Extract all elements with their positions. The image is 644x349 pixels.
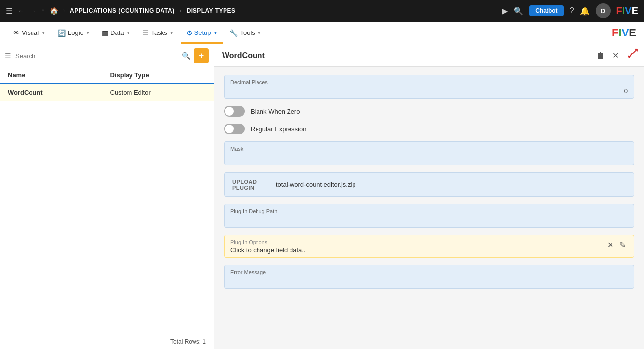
plug-in-options-edit-button[interactable]: ✎ <box>617 239 628 251</box>
breadcrumb-sep-1: › <box>63 7 65 14</box>
plug-in-debug-path-input[interactable] <box>230 216 628 223</box>
play-icon[interactable]: ▶ <box>502 6 508 16</box>
plug-in-options-value: Click to change field data.. <box>230 246 605 254</box>
total-rows-label: Total Rows: 1 <box>170 338 206 345</box>
plug-in-options-clear-button[interactable]: ✕ <box>605 239 615 251</box>
top-navigation: ☰ ← → ↑ 🏠 › APPLICATIONS (COUNTING DATA)… <box>0 0 644 22</box>
row-name-cell: WordCount <box>8 89 104 96</box>
column-display-type-header: Display Type <box>104 71 206 79</box>
nav-data[interactable]: ▦ Data ▼ <box>97 26 135 40</box>
nav-tools[interactable]: 🔧 Tools ▼ <box>225 26 266 40</box>
avatar[interactable]: D <box>596 3 611 18</box>
delete-button[interactable]: 🗑 <box>595 49 607 62</box>
search-icon[interactable]: 🔍 <box>182 52 190 60</box>
up-arrow-icon[interactable]: ↑ <box>41 7 45 15</box>
upload-plugin-value: total-word-count-editor.js.zip <box>276 181 356 188</box>
table-row[interactable]: WordCount Custom Editor <box>0 84 214 101</box>
plug-in-debug-path-label: Plug In Debug Path <box>230 208 628 214</box>
plug-in-options-content: Plug In Options Click to change field da… <box>230 239 605 254</box>
logic-icon: 🔄 <box>58 29 66 37</box>
tasks-chevron: ▼ <box>169 30 174 35</box>
main-area: ☰ 🔍 + Name Display Type WordCount Custom… <box>0 44 644 349</box>
help-icon[interactable]: ? <box>570 6 574 15</box>
tools-chevron: ▼ <box>257 30 262 35</box>
nav-tasks-label: Tasks <box>151 29 167 36</box>
table-header: Name Display Type <box>0 67 214 84</box>
table-footer: Total Rows: 1 <box>0 334 214 349</box>
form-title: WordCount <box>222 51 591 60</box>
five-logo: FIVE <box>616 5 638 17</box>
setup-chevron: ▼ <box>213 30 218 35</box>
save-button[interactable]: ✓ ↗ <box>625 48 636 63</box>
search-bar: ☰ 🔍 + <box>0 44 214 67</box>
column-name-header: Name <box>8 71 104 79</box>
regular-expression-toggle[interactable] <box>224 124 245 134</box>
blank-when-zero-label: Blank When Zero <box>251 108 300 115</box>
nav-logic-label: Logic <box>68 29 83 36</box>
error-message-label: Error Message <box>230 269 628 275</box>
right-panel: WordCount 🗑 ✕ ✓ ↗ Decimal Places 0 Blank… <box>214 44 644 349</box>
right-header: WordCount 🗑 ✕ ✓ ↗ <box>214 44 644 67</box>
row-display-type-cell: Custom Editor <box>104 89 206 96</box>
plug-in-options-actions: ✕ ✎ <box>605 239 628 251</box>
red-arrow-indicator: ↗ <box>632 46 638 56</box>
nav-logic[interactable]: 🔄 Logic ▼ <box>53 26 95 40</box>
search-input[interactable] <box>15 52 178 60</box>
error-message-input[interactable] <box>230 277 628 285</box>
nav-tasks[interactable]: ☰ Tasks ▼ <box>137 26 179 40</box>
filter-icon[interactable]: ☰ <box>5 52 11 60</box>
setup-icon: ⚙ <box>186 29 193 37</box>
tasks-icon: ☰ <box>142 29 149 37</box>
breadcrumb-applications[interactable]: APPLICATIONS (COUNTING DATA) <box>70 7 175 14</box>
nav-setup[interactable]: ⚙ Setup ▼ <box>181 26 223 40</box>
nav-tools-label: Tools <box>240 29 255 36</box>
blank-when-zero-toggle[interactable] <box>224 106 245 117</box>
decimal-places-field[interactable]: Decimal Places 0 <box>224 75 634 99</box>
search-icon-top[interactable]: 🔍 <box>514 6 523 16</box>
secondary-navigation: 👁 Visual ▼ 🔄 Logic ▼ ▦ Data ▼ ☰ Tasks ▼ … <box>0 22 644 44</box>
close-button[interactable]: ✕ <box>611 49 621 62</box>
logic-chevron: ▼ <box>85 30 90 35</box>
breadcrumb-display-types[interactable]: DISPLAY TYPES <box>187 7 236 14</box>
bell-icon[interactable]: 🔔 <box>580 6 590 16</box>
mask-field[interactable]: Mask <box>224 141 634 165</box>
nav-data-label: Data <box>110 29 124 36</box>
data-chevron: ▼ <box>126 30 131 35</box>
plug-in-debug-path-field[interactable]: Plug In Debug Path <box>224 204 634 228</box>
mask-input[interactable] <box>230 154 628 161</box>
home-icon[interactable]: 🏠 <box>50 7 58 15</box>
visual-chevron: ▼ <box>41 30 46 35</box>
regular-expression-label: Regular Expression <box>251 126 306 133</box>
error-message-field[interactable]: Error Message <box>224 265 634 289</box>
visual-icon: 👁 <box>13 29 20 37</box>
forward-arrow-icon[interactable]: → <box>30 7 36 15</box>
plug-in-options-label: Plug In Options <box>230 239 605 245</box>
breadcrumb-sep-2: › <box>180 7 182 14</box>
regular-expression-row: Regular Expression <box>224 124 634 134</box>
tools-icon: 🔧 <box>229 29 238 37</box>
nav-setup-label: Setup <box>194 29 211 36</box>
back-arrow-icon[interactable]: ← <box>18 7 25 15</box>
hamburger-icon[interactable]: ☰ <box>6 6 13 16</box>
nav-visual[interactable]: 👁 Visual ▼ <box>8 26 51 40</box>
left-panel: ☰ 🔍 + Name Display Type WordCount Custom… <box>0 44 214 349</box>
blank-when-zero-row: Blank When Zero <box>224 106 634 117</box>
decimal-places-value: 0 <box>230 87 628 95</box>
decimal-places-label: Decimal Places <box>230 79 628 85</box>
upload-plugin-field: UPLOAD PLUGIN total-word-count-editor.js… <box>224 172 634 197</box>
mask-label: Mask <box>230 146 628 152</box>
upload-plugin-label: UPLOAD <box>232 179 272 185</box>
nav-visual-label: Visual <box>22 29 39 36</box>
nav-logo-area: FIVE <box>612 27 636 39</box>
right-content: Decimal Places 0 Blank When Zero Regular… <box>214 67 644 349</box>
plug-in-options-field[interactable]: Plug In Options Click to change field da… <box>224 235 634 258</box>
add-button[interactable]: + <box>194 48 209 63</box>
upload-plugin-label2: PLUGIN <box>232 185 272 190</box>
data-icon: ▦ <box>102 29 108 37</box>
chatbot-button[interactable]: Chatbot <box>529 5 563 16</box>
